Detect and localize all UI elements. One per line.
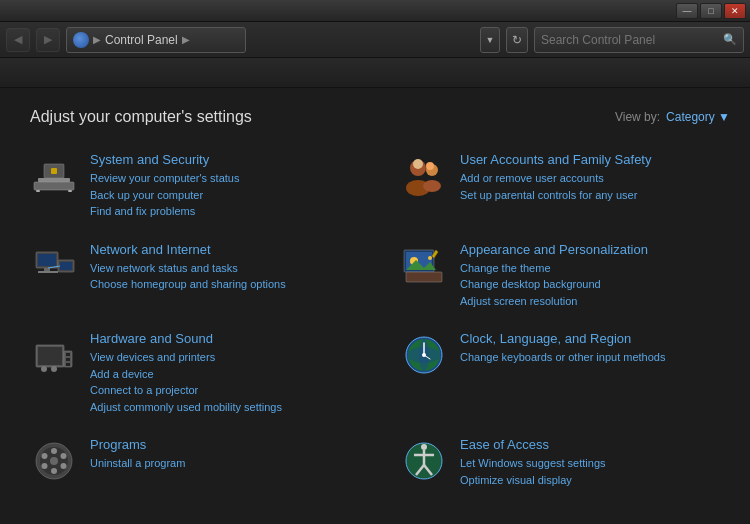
view-by-dropdown[interactable]: Category ▼	[666, 110, 730, 124]
address-dropdown-button[interactable]: ▼	[480, 27, 500, 53]
category-title-user-accounts[interactable]: User Accounts and Family Safety	[460, 152, 651, 167]
search-box[interactable]: 🔍	[534, 27, 744, 53]
svg-point-24	[428, 256, 432, 260]
svg-rect-14	[44, 268, 50, 271]
svg-rect-28	[66, 353, 70, 356]
category-link[interactable]: Add a device	[90, 366, 282, 383]
category-info-appearance: Appearance and Personalization Change th…	[460, 242, 648, 310]
category-link[interactable]: Find and fix problems	[90, 203, 239, 220]
category-link[interactable]: View network status and tasks	[90, 260, 286, 277]
page-header: Adjust your computer's settings View by:…	[30, 108, 730, 126]
category-link[interactable]: Adjust commonly used mobility settings	[90, 399, 282, 416]
category-icon-system-security	[30, 152, 78, 200]
category-info-user-accounts: User Accounts and Family Safety Add or r…	[460, 152, 651, 203]
svg-point-43	[61, 453, 67, 459]
category-link[interactable]: View devices and printers	[90, 349, 282, 366]
category-link[interactable]: Change keyboards or other input methods	[460, 349, 665, 366]
search-icon[interactable]: 🔍	[723, 33, 737, 46]
category-link[interactable]: Change desktop background	[460, 276, 648, 293]
svg-rect-3	[36, 190, 40, 192]
category-item-ease-of-access[interactable]: Ease of Access Let Windows suggest setti…	[400, 431, 730, 494]
maximize-button[interactable]: □	[700, 3, 722, 19]
category-title-hardware-sound[interactable]: Hardware and Sound	[90, 331, 282, 346]
category-icon-ease-of-access	[400, 437, 448, 485]
categories-grid: System and Security Review your computer…	[30, 146, 730, 494]
breadcrumb-separator: ▶	[93, 34, 101, 45]
address-bar: ◀ ▶ ▶ Control Panel ▶ ▼ ↻ 🔍	[0, 22, 750, 58]
category-title-ease-of-access[interactable]: Ease of Access	[460, 437, 606, 452]
category-title-clock-language[interactable]: Clock, Language, and Region	[460, 331, 665, 346]
svg-point-48	[50, 457, 58, 465]
svg-rect-17	[60, 262, 72, 270]
svg-point-32	[51, 366, 57, 372]
category-link[interactable]: Set up parental controls for any user	[460, 187, 651, 204]
category-link[interactable]: Review your computer's status	[90, 170, 239, 187]
category-info-clock-language: Clock, Language, and Region Change keybo…	[460, 331, 665, 366]
toolbar	[0, 58, 750, 88]
window-controls: — □ ✕	[676, 3, 746, 19]
minimize-button[interactable]: —	[676, 3, 698, 19]
category-info-network-internet: Network and Internet View network status…	[90, 242, 286, 293]
category-item-network-internet[interactable]: Network and Internet View network status…	[30, 236, 360, 316]
category-title-network-internet[interactable]: Network and Internet	[90, 242, 286, 257]
category-link[interactable]: Let Windows suggest settings	[460, 455, 606, 472]
svg-rect-5	[51, 168, 57, 174]
svg-point-10	[413, 159, 423, 169]
category-link[interactable]: Choose homegroup and sharing options	[90, 276, 286, 293]
breadcrumb-label: Control Panel	[105, 33, 178, 47]
category-info-hardware-sound: Hardware and Sound View devices and prin…	[90, 331, 282, 415]
category-icon-user-accounts	[400, 152, 448, 200]
category-item-user-accounts[interactable]: User Accounts and Family Safety Add or r…	[400, 146, 730, 226]
category-icon-programs	[30, 437, 78, 485]
search-input[interactable]	[541, 33, 723, 47]
category-item-system-security[interactable]: System and Security Review your computer…	[30, 146, 360, 226]
svg-rect-23	[406, 272, 442, 282]
view-by-control[interactable]: View by: Category ▼	[615, 110, 730, 124]
svg-rect-4	[68, 190, 72, 192]
category-icon-hardware-sound	[30, 331, 78, 379]
close-button[interactable]: ✕	[724, 3, 746, 19]
page-title: Adjust your computer's settings	[30, 108, 252, 126]
breadcrumb[interactable]: ▶ Control Panel ▶	[66, 27, 246, 53]
category-info-ease-of-access: Ease of Access Let Windows suggest setti…	[460, 437, 606, 488]
category-link[interactable]: Optimize visual display	[460, 472, 606, 489]
category-link[interactable]: Adjust screen resolution	[460, 293, 648, 310]
svg-rect-26	[38, 347, 62, 365]
category-link[interactable]: Connect to a projector	[90, 382, 282, 399]
category-link[interactable]: Add or remove user accounts	[460, 170, 651, 187]
svg-point-39	[422, 353, 426, 357]
category-link[interactable]: Uninstall a program	[90, 455, 185, 472]
category-title-appearance[interactable]: Appearance and Personalization	[460, 242, 648, 257]
svg-point-42	[51, 448, 57, 454]
category-item-clock-language[interactable]: Clock, Language, and Region Change keybo…	[400, 325, 730, 421]
category-title-system-security[interactable]: System and Security	[90, 152, 239, 167]
category-icon-clock-language	[400, 331, 448, 379]
svg-point-46	[42, 463, 48, 469]
svg-point-47	[42, 453, 48, 459]
svg-point-50	[421, 444, 427, 450]
svg-rect-13	[38, 254, 56, 266]
category-info-programs: Programs Uninstall a program	[90, 437, 185, 472]
category-icon-appearance	[400, 242, 448, 290]
svg-rect-30	[66, 363, 70, 366]
forward-button[interactable]: ▶	[36, 28, 60, 52]
view-by-label: View by:	[615, 110, 660, 124]
category-title-programs[interactable]: Programs	[90, 437, 185, 452]
breadcrumb-dropdown-arrow: ▶	[182, 34, 190, 45]
category-item-appearance[interactable]: Appearance and Personalization Change th…	[400, 236, 730, 316]
refresh-button[interactable]: ↻	[506, 27, 528, 53]
svg-rect-29	[66, 358, 70, 361]
title-bar: — □ ✕	[0, 0, 750, 22]
category-link[interactable]: Change the theme	[460, 260, 648, 277]
category-item-hardware-sound[interactable]: Hardware and Sound View devices and prin…	[30, 325, 360, 421]
svg-point-31	[41, 366, 47, 372]
category-info-system-security: System and Security Review your computer…	[90, 152, 239, 220]
svg-point-44	[61, 463, 67, 469]
svg-rect-0	[38, 178, 70, 182]
back-button[interactable]: ◀	[6, 28, 30, 52]
svg-point-11	[426, 162, 434, 170]
svg-point-45	[51, 468, 57, 474]
main-content: Adjust your computer's settings View by:…	[0, 88, 750, 524]
category-item-programs[interactable]: Programs Uninstall a program	[30, 431, 360, 494]
category-link[interactable]: Back up your computer	[90, 187, 239, 204]
